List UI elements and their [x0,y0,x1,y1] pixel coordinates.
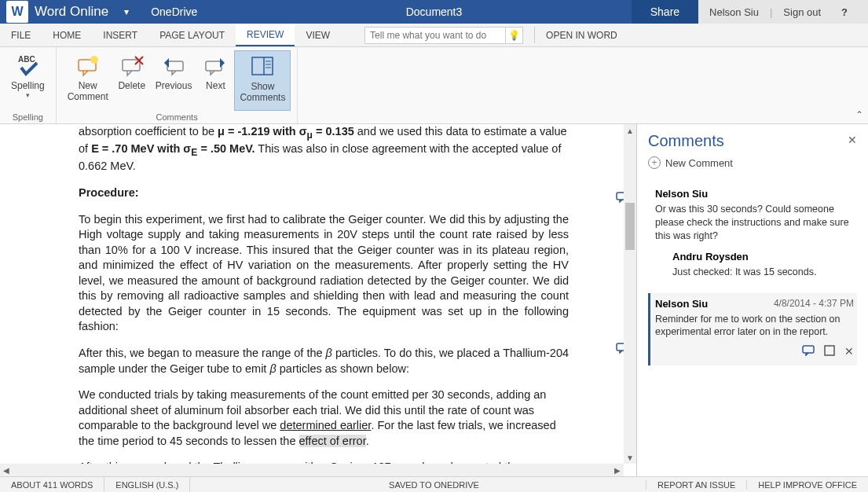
chevron-down-icon[interactable]: ▾ [116,6,137,17]
delete-comment-icon [119,53,145,79]
document-scroll[interactable]: absorption coefficient to be μ = -1.219 … [0,124,624,464]
comment-marker-icon[interactable] [616,343,624,354]
new-comment-link[interactable]: + New Comment [648,156,857,169]
language-status[interactable]: ENGLISH (U.S.) [104,477,190,492]
comments-pane: Comments ✕ + New Comment Nelson Siu Or w… [637,124,868,476]
document-title[interactable]: Document3 [406,6,463,18]
tab-page-layout[interactable]: PAGE LAYOUT [148,24,236,46]
heading-procedure[interactable]: Procedure: [79,185,569,201]
ribbon: ABC Spelling ▾ Spelling New Comment Dele… [0,47,868,124]
delete-comment-icon[interactable]: ✕ [844,345,854,358]
comments-pane-title: Comments [648,132,857,150]
paragraph[interactable]: To begin this experiment, we first had t… [79,212,569,336]
tab-view[interactable]: VIEW [295,24,341,46]
spelling-button[interactable]: ABC Spelling ▾ [6,50,49,111]
plus-circle-icon: + [648,156,661,169]
comment-actions: ✕ [655,345,854,358]
scroll-left-icon[interactable]: ◀ [0,464,13,476]
svg-rect-13 [803,346,814,353]
previous-comment-button[interactable]: Previous [151,50,197,111]
ribbon-group-comments: New Comment Delete Previous Next Show Co… [57,47,298,123]
lightbulb-icon[interactable]: 💡 [506,27,523,44]
scroll-down-icon[interactable]: ▼ [624,451,636,464]
help-improve-link[interactable]: HELP IMPROVE OFFICE [746,480,868,490]
delete-comment-button[interactable]: Delete [113,50,151,111]
new-comment-icon [75,53,101,79]
vertical-scrollbar[interactable]: ▲ ▼ [624,124,636,464]
reply-icon[interactable] [802,345,815,358]
sign-out-link[interactable]: Sign out [783,6,821,18]
svg-rect-6 [252,57,273,75]
open-in-word-button[interactable]: OPEN IN WORD [546,24,617,46]
close-icon[interactable]: ✕ [848,134,857,146]
horizontal-scrollbar[interactable]: ◀ ▶ [0,464,624,476]
svg-rect-4 [167,61,183,71]
new-comment-button[interactable]: New Comment [63,50,113,111]
collapse-ribbon-icon[interactable]: ⌃ [855,109,863,120]
tell-me-input[interactable] [364,27,506,44]
word-app-icon [6,1,28,23]
tab-insert[interactable]: INSERT [92,24,148,46]
comment-reply[interactable]: Andru Roysden Just checked: It was 15 se… [672,251,857,279]
app-name: Word Online [35,4,116,20]
tell-me-search: 💡 [364,24,523,46]
comment-author: Nelson Siu [655,188,857,200]
comment-body: Or was this 30 seconds? Could someone pl… [655,203,857,243]
comment-body: Reminder for me to work on the section o… [655,313,854,340]
svg-rect-12 [617,343,624,351]
scroll-up-icon[interactable]: ▲ [624,124,636,137]
comment-author: Andru Roysden [672,251,857,263]
tab-home[interactable]: HOME [42,24,92,46]
paragraph[interactable]: We conducted trials by taking measuremen… [79,387,569,449]
resolve-icon[interactable] [824,345,835,358]
report-issue-link[interactable]: REPORT AN ISSUE [646,480,746,490]
group-label-comments: Comments [156,111,197,122]
svg-point-2 [90,56,98,64]
svg-rect-5 [206,61,222,71]
scroll-right-icon[interactable]: ▶ [611,464,624,476]
highlighted-text[interactable]: effect of error [299,435,366,447]
paragraph[interactable]: After this, we began to measure the rang… [79,346,569,376]
svg-rect-11 [617,193,624,200]
help-icon[interactable]: ? [832,6,857,18]
share-button[interactable]: Share [632,0,698,24]
svg-rect-14 [825,346,834,355]
status-bar: ABOUT 411 WORDS ENGLISH (U.S.) SAVED TO … [0,476,868,492]
previous-comment-icon [161,53,186,79]
title-bar: Word Online ▾ OneDrive Document3 Share N… [0,0,868,24]
show-comments-button[interactable]: Show Comments [234,50,291,111]
comment-timestamp: 4/8/2014 - 4:37 PM [774,298,854,310]
ribbon-group-spelling: ABC Spelling ▾ Spelling [0,47,57,123]
ribbon-tabs: FILE HOME INSERT PAGE LAYOUT REVIEW VIEW… [0,24,868,47]
paragraph[interactable]: absorption coefficient to be μ = -1.219 … [79,124,569,174]
breadcrumb[interactable]: OneDrive [137,6,197,18]
save-status: SAVED TO ONEDRIVE [378,239,490,493]
comment-card[interactable]: Nelson Siu Or was this 30 seconds? Could… [648,183,857,287]
document-canvas: absorption coefficient to be μ = -1.219 … [0,124,637,476]
next-comment-icon [203,53,228,79]
user-name[interactable]: Nelson Siu [709,6,759,18]
comment-author: Nelson Siu4/8/2014 - 4:37 PM [655,298,854,310]
comment-marker-icon[interactable] [616,192,624,203]
tab-review[interactable]: REVIEW [236,24,295,46]
next-comment-button[interactable]: Next [196,50,234,111]
show-comments-icon [250,54,275,79]
scrollbar-thumb[interactable] [625,203,635,250]
word-count[interactable]: ABOUT 411 WORDS [0,477,104,492]
group-label-spelling: Spelling [13,111,43,122]
comment-body: Just checked: It was 15 seconds. [672,266,857,279]
tab-file[interactable]: FILE [0,24,42,46]
svg-text:ABC: ABC [18,55,35,64]
user-area: Nelson Siu | Sign out ? [698,0,868,24]
comment-card[interactable]: Nelson Siu4/8/2014 - 4:37 PM Reminder fo… [648,293,857,366]
spelling-abc-icon: ABC [15,53,40,79]
